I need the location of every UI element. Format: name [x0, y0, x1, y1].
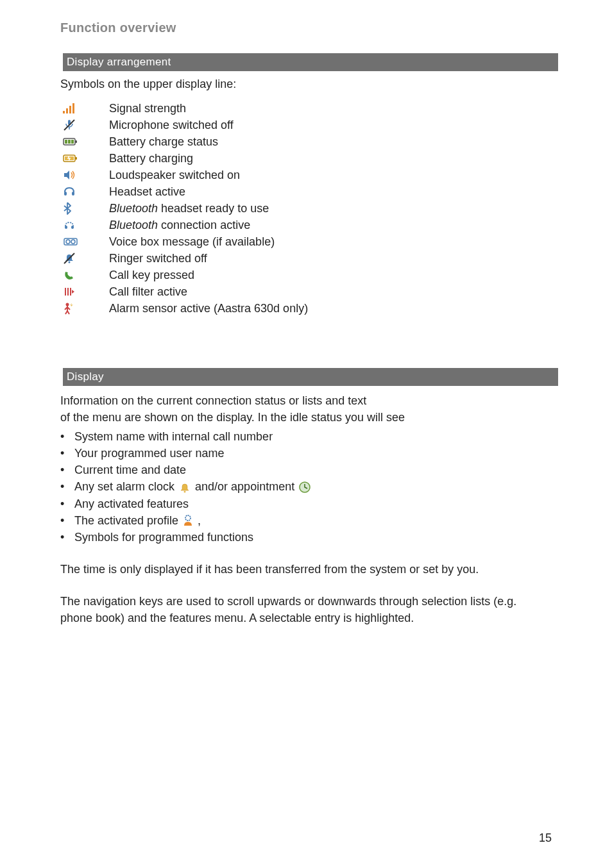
- symbol-row: Signal strength: [63, 100, 552, 117]
- list-item: •Symbols for programmed functions: [60, 529, 552, 546]
- list-item: •The activated profile ,: [60, 512, 552, 529]
- svg-rect-11: [71, 140, 74, 144]
- symbol-row: Battery charging: [63, 150, 552, 167]
- svg-rect-13: [75, 157, 77, 160]
- display-list: •System name with internal call number •…: [60, 428, 552, 546]
- section-bar-display: Display: [63, 368, 558, 386]
- svg-point-33: [184, 490, 186, 492]
- svg-point-35: [185, 515, 191, 521]
- battery-status-icon: [63, 137, 109, 146]
- list-item: •System name with internal call number: [60, 428, 552, 445]
- symbol-row: Headset active: [63, 183, 552, 200]
- symbol-row: Bluetooth connection active: [63, 217, 552, 233]
- page-number: 15: [539, 831, 552, 845]
- svg-rect-1: [66, 108, 68, 113]
- symbol-label: Call key pressed: [109, 269, 194, 282]
- body-para-time: The time is only displayed if it has bee…: [60, 561, 552, 578]
- symbol-row: Loudspeaker switched on: [63, 167, 552, 183]
- svg-rect-15: [64, 192, 67, 196]
- page-header: Function overview: [60, 21, 552, 35]
- symbol-label: Battery charging: [109, 152, 193, 165]
- alarm-sensor-icon: [63, 302, 109, 315]
- svg-point-20: [66, 240, 70, 244]
- bluetooth-ready-icon: [63, 202, 109, 215]
- svg-rect-9: [65, 140, 67, 144]
- symbol-label: Ringer switched off: [109, 252, 207, 265]
- svg-line-32: [67, 311, 69, 314]
- symbol-label: Microphone switched off: [109, 119, 234, 132]
- symbol-label: Bluetooth headset ready to use: [109, 202, 269, 215]
- symbol-label: Bluetooth connection active: [109, 219, 250, 232]
- symbol-row: Call key pressed: [63, 267, 552, 283]
- svg-rect-10: [68, 140, 71, 144]
- body-para-nav: The navigation keys are used to scroll u…: [60, 593, 552, 626]
- svg-rect-2: [69, 106, 71, 113]
- mic-off-icon: [63, 119, 109, 131]
- symbol-row: Voice box message (if available): [63, 233, 552, 250]
- svg-point-22: [69, 262, 71, 263]
- svg-rect-16: [72, 192, 74, 196]
- svg-point-27: [66, 303, 69, 306]
- symbol-row: Microphone switched off: [63, 117, 552, 133]
- loudspeaker-on-icon: [63, 169, 109, 181]
- list-item: •Your programmed user name: [60, 445, 552, 462]
- voice-box-icon: [63, 237, 109, 247]
- symbol-row: Alarm sensor active (Aastra 630d only): [63, 300, 552, 317]
- symbol-label: Battery charge status: [109, 135, 218, 149]
- call-key-icon: [63, 269, 109, 281]
- svg-rect-0: [63, 111, 65, 113]
- symbol-label: Headset active: [109, 185, 185, 199]
- call-filter-icon: [63, 286, 109, 297]
- headset-active-icon: [63, 186, 109, 197]
- symbol-row: Call filter active: [63, 283, 552, 300]
- list-item: •Any set alarm clock and/or appointment: [60, 478, 552, 495]
- symbol-label: Loudspeaker switched on: [109, 169, 240, 182]
- list-item: •Current time and date: [60, 462, 552, 478]
- symbol-label: Alarm sensor active (Aastra 630d only): [109, 302, 308, 315]
- list-item: •Any activated features: [60, 496, 552, 512]
- signal-strength-icon: [63, 103, 109, 113]
- profile-icon: [182, 514, 194, 527]
- symbol-row: Ringer switched off: [63, 250, 552, 267]
- symbols-intro: Symbols on the upper display line:: [60, 78, 552, 91]
- battery-charging-icon: [63, 153, 109, 163]
- ringer-off-icon: [63, 252, 109, 265]
- section-bar-display-arrangement: Display arrangement: [63, 53, 558, 71]
- svg-rect-3: [72, 103, 74, 113]
- alarm-clock-icon: [178, 481, 191, 493]
- symbol-row: Battery charge status: [63, 133, 552, 150]
- symbol-label: Voice box message (if available): [109, 235, 275, 249]
- symbol-row: Bluetooth headset ready to use: [63, 200, 552, 217]
- svg-point-21: [71, 240, 75, 244]
- svg-rect-18: [71, 226, 74, 229]
- svg-rect-17: [65, 226, 67, 229]
- appointment-clock-icon: [298, 481, 311, 494]
- symbol-label: Call filter active: [109, 285, 187, 299]
- display-intro: Information on the current connection st…: [60, 392, 552, 426]
- svg-rect-8: [75, 140, 77, 143]
- bluetooth-active-icon: [63, 219, 109, 231]
- symbol-label: Signal strength: [109, 102, 186, 115]
- symbol-table: Signal strength Microphone switched off …: [63, 100, 552, 317]
